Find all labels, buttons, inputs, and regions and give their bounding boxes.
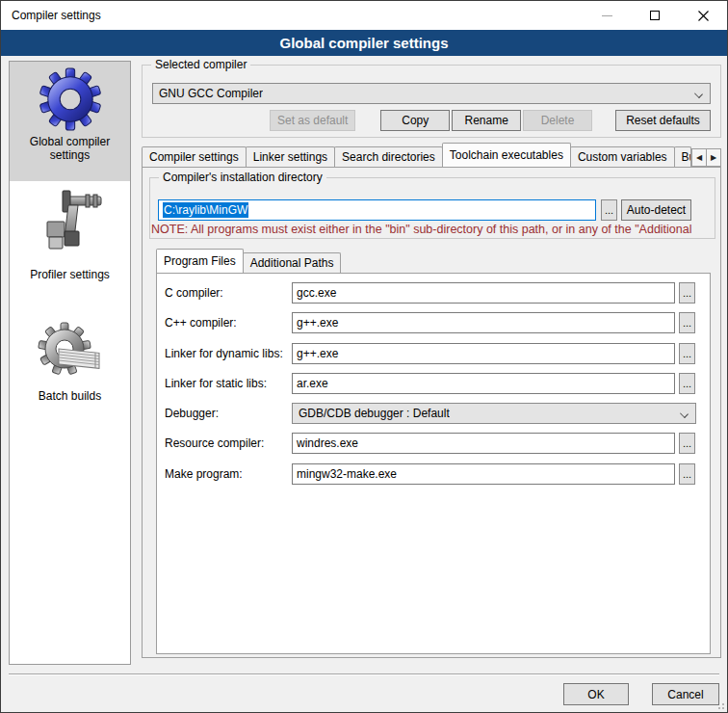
make-program-input[interactable]: mingw32-make.exe: [292, 463, 675, 485]
compiler-settings-dialog: Compiler settings Global compiler settin…: [0, 0, 728, 713]
program-files-tabstrip: Program Files Additional Paths: [156, 249, 340, 273]
tab-toolchain-executables[interactable]: Toolchain executables: [442, 143, 571, 167]
main-tabstrip: Compiler settings Linker settings Search…: [142, 143, 721, 167]
compiler-select-value: GNU GCC Compiler: [159, 87, 263, 100]
rename-button[interactable]: Rename: [452, 110, 521, 131]
tab-linker-settings[interactable]: Linker settings: [246, 146, 335, 167]
sidebar-item-label: Profiler settings: [28, 264, 112, 289]
sidebar-item-batch-builds[interactable]: Batch builds: [10, 314, 130, 410]
chevron-down-icon: [680, 409, 689, 418]
close-icon: [698, 11, 709, 21]
tab-additional-paths[interactable]: Additional Paths: [243, 252, 342, 273]
resize-grip[interactable]: [715, 700, 724, 709]
copy-button[interactable]: Copy: [380, 110, 450, 131]
static-linker-label: Linker for static libs:: [165, 377, 267, 390]
delete-button[interactable]: Delete: [523, 110, 592, 131]
cancel-button[interactable]: Cancel: [652, 683, 719, 705]
compiler-select[interactable]: GNU GCC Compiler: [152, 83, 711, 104]
debugger-label: Debugger:: [165, 407, 219, 420]
selected-compiler-group: Selected compiler GNU GCC Compiler Set a…: [142, 65, 721, 138]
ok-button[interactable]: OK: [563, 683, 629, 705]
titlebar: Compiler settings: [1, 1, 727, 30]
cpp-compiler-input[interactable]: g++.exe: [292, 312, 675, 333]
dialog-header-title: Global compiler settings: [279, 35, 448, 51]
reset-defaults-button[interactable]: Reset defaults: [615, 110, 711, 131]
sidebar-item-profiler-settings[interactable]: Profiler settings: [10, 181, 130, 289]
gear-stack-icon: [38, 320, 103, 385]
selected-compiler-group-label: Selected compiler: [151, 58, 250, 71]
program-files-page: C compiler: gcc.exe ... C++ compiler: g+…: [156, 273, 711, 654]
auto-detect-button[interactable]: Auto-detect: [621, 199, 691, 221]
minimize-button[interactable]: [583, 1, 631, 30]
installation-directory-input[interactable]: C:\raylib\MinGW: [158, 199, 596, 221]
make-program-browse-button[interactable]: ...: [679, 463, 695, 485]
c-compiler-input[interactable]: gcc.exe: [292, 282, 675, 304]
tab-custom-variables[interactable]: Custom variables: [570, 146, 675, 167]
dynamic-linker-browse-button[interactable]: ...: [679, 343, 695, 364]
chevron-down-icon: [694, 90, 703, 98]
sidebar-item-global-compiler-settings[interactable]: Global compiler settings: [10, 62, 130, 181]
cpp-compiler-label: C++ compiler:: [165, 316, 237, 330]
static-linker-input[interactable]: ar.exe: [292, 373, 675, 394]
maximize-button[interactable]: [631, 1, 679, 30]
arrow-left-icon: ◀: [696, 153, 702, 162]
tab-scroll-right-button[interactable]: ▶: [706, 148, 721, 167]
tab-compiler-settings[interactable]: Compiler settings: [142, 146, 247, 167]
cpp-compiler-browse-button[interactable]: ...: [679, 312, 695, 333]
make-program-label: Make program:: [165, 467, 243, 481]
minimize-icon: [602, 15, 612, 16]
dynamic-linker-input[interactable]: g++.exe: [292, 343, 675, 364]
window-title: Compiler settings: [1, 9, 101, 22]
caliper-icon: [36, 189, 105, 264]
blue-gear-icon: [39, 67, 102, 131]
settings-category-list: Global compiler settings Profiler settin…: [9, 61, 131, 665]
resource-compiler-input[interactable]: windres.exe: [292, 433, 675, 454]
maximize-icon: [650, 11, 660, 20]
tab-build-options[interactable]: Builc: [674, 146, 691, 167]
debugger-select[interactable]: GDB/CDB debugger : Default: [292, 403, 696, 424]
tab-search-directories[interactable]: Search directories: [334, 146, 443, 167]
resource-compiler-label: Resource compiler:: [165, 436, 264, 450]
resource-compiler-browse-button[interactable]: ...: [679, 433, 695, 454]
installation-directory-browse-button[interactable]: ...: [601, 199, 617, 221]
installation-directory-value: C:\raylib\MinGW: [163, 202, 248, 218]
arrow-right-icon: ▶: [711, 153, 716, 162]
tab-scroll-left-button[interactable]: ◀: [691, 148, 707, 167]
footer-divider: [9, 673, 719, 675]
static-linker-browse-button[interactable]: ...: [679, 373, 695, 394]
c-compiler-browse-button[interactable]: ...: [679, 282, 695, 304]
set-as-default-button[interactable]: Set as default: [270, 110, 355, 131]
dialog-header: Global compiler settings: [1, 30, 727, 56]
toolchain-executables-page: Compiler's installation directory C:\ray…: [142, 167, 721, 658]
note-text: NOTE: All programs must exist either in …: [151, 223, 695, 236]
installation-directory-group-label: Compiler's installation directory: [159, 171, 326, 184]
tab-program-files[interactable]: Program Files: [156, 249, 244, 273]
sidebar-item-label: Batch builds: [37, 385, 103, 410]
c-compiler-label: C compiler:: [165, 286, 223, 300]
sidebar-item-label: Global compiler settings: [10, 131, 130, 170]
close-button[interactable]: [679, 1, 727, 30]
dynamic-linker-label: Linker for dynamic libs:: [165, 347, 283, 360]
